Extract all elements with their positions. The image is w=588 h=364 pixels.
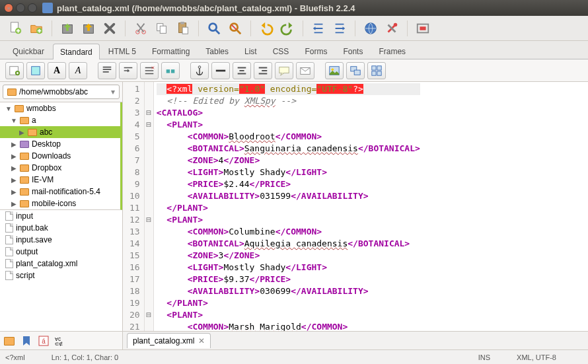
tab-html5[interactable]: HTML 5 xyxy=(101,43,143,59)
tree-item[interactable]: ▶Desktop xyxy=(0,138,120,150)
break-icon[interactable] xyxy=(119,62,137,79)
close-tab-icon[interactable]: ✕ xyxy=(198,336,205,346)
fold-column[interactable]: ⊟⊟⊟⊟ xyxy=(145,82,154,331)
center-icon[interactable] xyxy=(233,62,251,79)
filebrowser-tab-icon[interactable] xyxy=(3,334,16,347)
svg-rect-29 xyxy=(354,70,360,75)
status-bar: <?xml Ln: 1, Col: 1, Char: 0 INS XML, UT… xyxy=(0,349,588,364)
svg-point-15 xyxy=(394,22,398,26)
find-button[interactable] xyxy=(204,18,224,38)
thumbnail-icon[interactable] xyxy=(346,62,365,79)
tab-quickbar[interactable]: Quickbar xyxy=(5,43,52,59)
status-position: Ln: 1, Col: 1, Char: 0 xyxy=(52,353,119,361)
email-icon[interactable] xyxy=(296,62,314,79)
svg-rect-10 xyxy=(180,21,184,24)
window-maximize-button[interactable] xyxy=(28,3,37,13)
comment-icon[interactable] xyxy=(275,62,293,79)
open-file-button[interactable] xyxy=(26,18,46,38)
redo-button[interactable] xyxy=(277,18,297,38)
tab-fonts[interactable]: Fonts xyxy=(336,43,370,59)
svg-rect-17 xyxy=(420,26,425,30)
tree-item[interactable]: ▼a xyxy=(0,114,120,126)
svg-rect-24 xyxy=(279,67,289,73)
editor-tab[interactable]: plant_catalog.xml ✕ xyxy=(127,333,211,348)
hrule-icon[interactable] xyxy=(211,62,230,79)
tree-item[interactable]: ▶mobile-icons xyxy=(0,198,120,209)
save-as-button[interactable] xyxy=(79,18,98,38)
folder-tree[interactable]: ▼wmobbs ▼a ▶abc ▶Desktop ▶Downloads ▶Dro… xyxy=(0,102,122,210)
svg-text:∀∁: ∀∁ xyxy=(55,337,61,342)
tab-frames[interactable]: Frames xyxy=(371,43,413,59)
charref-tab-icon[interactable]: á xyxy=(37,334,50,347)
quickstart-icon[interactable] xyxy=(5,62,24,79)
file-item[interactable]: input.bak xyxy=(0,222,122,234)
editor-area: 12345678910111213141516171819202122 ⊟⊟⊟⊟… xyxy=(123,82,588,349)
file-item[interactable]: plant_catalog.xml xyxy=(0,258,122,270)
file-item[interactable]: output xyxy=(0,246,122,258)
status-filetype[interactable]: XML, UTF-8 xyxy=(517,353,556,361)
new-file-button[interactable] xyxy=(5,18,25,38)
cut-button[interactable] xyxy=(131,18,151,38)
find-replace-button[interactable] xyxy=(225,18,245,38)
tab-standard[interactable]: Standard xyxy=(53,44,100,59)
tab-list[interactable]: List xyxy=(237,43,264,59)
tab-css[interactable]: CSS xyxy=(266,43,297,59)
tree-item[interactable]: ▶Dropbox xyxy=(0,162,120,174)
code-editor[interactable]: 12345678910111213141516171819202122 ⊟⊟⊟⊟… xyxy=(123,82,588,331)
nbsp-icon[interactable] xyxy=(161,62,180,79)
tree-item[interactable]: ▶IE-VM xyxy=(0,174,120,186)
snippets-tab-icon[interactable]: ∀∁∈∉ xyxy=(54,334,67,347)
line-gutter: 12345678910111213141516171819202122 xyxy=(123,82,145,331)
code-content[interactable]: <?xml version="1.0" encoding="UTF-8"?> <… xyxy=(154,82,423,331)
anchor-icon[interactable] xyxy=(190,62,209,79)
rightalign-icon[interactable] xyxy=(254,62,272,79)
image-icon[interactable] xyxy=(325,62,344,79)
svg-point-23 xyxy=(198,65,201,68)
folder-icon xyxy=(7,89,17,96)
tree-item[interactable]: ▶Downloads xyxy=(0,150,120,162)
indent-button[interactable] xyxy=(330,18,349,38)
breadcrumb-path: /home/wmobbs/abc xyxy=(19,87,88,96)
tree-item-selected[interactable]: ▶abc xyxy=(0,126,120,138)
editor-tab-label: plant_catalog.xml xyxy=(133,336,194,346)
file-item[interactable]: input xyxy=(0,210,122,222)
bold-icon[interactable]: A xyxy=(48,62,66,79)
paste-button[interactable] xyxy=(173,18,193,38)
browser-preview-button[interactable] xyxy=(361,18,381,38)
status-insert-mode[interactable]: INS xyxy=(478,353,490,361)
body-icon[interactable] xyxy=(26,62,45,79)
window-title: plant_catalog.xml (/home/wmobbs/abc/plan… xyxy=(57,3,355,13)
close-file-button[interactable] xyxy=(100,18,120,38)
svg-rect-11 xyxy=(182,27,188,34)
file-item[interactable]: script xyxy=(0,270,122,281)
paragraph-icon[interactable] xyxy=(98,62,116,79)
svg-rect-20 xyxy=(32,66,40,75)
tab-formatting[interactable]: Formatting xyxy=(145,43,197,59)
window-close-button[interactable]: × xyxy=(4,3,13,13)
fullscreen-button[interactable] xyxy=(413,18,433,38)
side-panel: /home/wmobbs/abc ▾ ▼wmobbs ▼a ▶abc ▶Desk… xyxy=(0,82,123,349)
breakclear-icon[interactable] xyxy=(140,62,159,79)
tree-root[interactable]: ▼wmobbs xyxy=(0,102,120,114)
multithumbnail-icon[interactable] xyxy=(367,62,386,79)
undo-button[interactable] xyxy=(256,18,276,38)
italic-icon[interactable]: A xyxy=(69,62,87,79)
file-list[interactable]: input input.bak input.save output plant_… xyxy=(0,210,122,331)
preferences-button[interactable] xyxy=(382,18,402,38)
window-minimize-button[interactable] xyxy=(16,3,25,13)
unindent-button[interactable] xyxy=(309,18,328,38)
bookmarks-tab-icon[interactable] xyxy=(20,334,33,347)
tab-tables[interactable]: Tables xyxy=(198,43,236,59)
svg-text:á: á xyxy=(42,338,46,345)
svg-rect-31 xyxy=(377,65,381,69)
save-button[interactable] xyxy=(57,18,77,38)
tree-item[interactable]: ▶mail-notification-5.4 xyxy=(0,186,120,198)
svg-point-27 xyxy=(332,68,334,71)
copy-button[interactable] xyxy=(152,18,172,38)
path-selector[interactable]: /home/wmobbs/abc ▾ xyxy=(3,85,120,99)
app-icon xyxy=(42,3,53,13)
breadcrumb: /home/wmobbs/abc ▾ xyxy=(0,82,122,102)
file-item[interactable]: input.save xyxy=(0,234,122,246)
tab-forms[interactable]: Forms xyxy=(297,43,334,59)
chevron-down-icon: ▾ xyxy=(111,87,115,96)
